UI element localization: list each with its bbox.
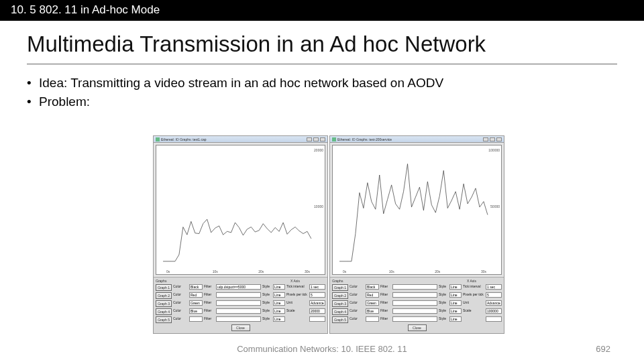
color-select[interactable]: [366, 284, 379, 290]
color-select[interactable]: [189, 300, 203, 306]
label-filter: Filter: [204, 308, 215, 315]
axis-option-input[interactable]: [309, 316, 325, 322]
axis-option-label: Tick interval: [286, 284, 308, 291]
filter-input[interactable]: [392, 316, 437, 322]
label-color: Color: [173, 292, 188, 299]
axis-option-label: [286, 316, 308, 323]
slide-title: Multimedia Transmission in an Ad hoc Net…: [0, 21, 644, 64]
filter-input[interactable]: [392, 308, 437, 314]
label-filter: Filter: [380, 300, 391, 307]
axis-option-input[interactable]: [486, 316, 502, 322]
axis-option-label: [463, 316, 484, 323]
color-select[interactable]: [366, 300, 379, 306]
style-select[interactable]: [449, 300, 462, 306]
header-graphs: Graphs: [332, 279, 466, 283]
bullet-item: Problem:: [27, 93, 617, 111]
filter-input[interactable]: [392, 292, 437, 298]
color-select[interactable]: [189, 292, 203, 298]
filter-input[interactable]: [392, 300, 437, 306]
style-select[interactable]: [273, 316, 285, 322]
axis-option-input[interactable]: [309, 300, 325, 306]
page-number: 692: [596, 344, 610, 354]
graph-config-row: Graph 1ColorFilterStyleTick interval: [332, 284, 502, 291]
style-select[interactable]: [273, 284, 285, 290]
label-style: Style: [262, 292, 272, 299]
graph-toggle-button[interactable]: Graph 1: [156, 284, 172, 291]
style-select[interactable]: [273, 292, 285, 298]
style-select[interactable]: [449, 308, 462, 314]
graph-toggle-button[interactable]: Graph 1: [332, 284, 348, 291]
slide: 10. 5 802. 11 in Ad-hoc Mode Multimedia …: [0, 0, 644, 362]
close-button[interactable]: Close: [231, 324, 250, 331]
close-icon[interactable]: [496, 137, 502, 141]
minimize-icon[interactable]: [483, 137, 488, 141]
axis-option-input[interactable]: [309, 308, 325, 314]
graph-config-row: Graph 5ColorFilterStyle: [156, 316, 325, 323]
label-filter: Filter: [204, 316, 215, 323]
axis-option-label: Tick interval: [463, 284, 484, 291]
close-icon[interactable]: [320, 137, 325, 141]
style-select[interactable]: [449, 316, 462, 322]
label-color: Color: [173, 300, 188, 307]
graph-toggle-button[interactable]: Graph 2: [332, 292, 348, 299]
window-title: Ethereal: IO Graphs: test1.cap: [161, 137, 305, 141]
window-titlebar: Ethereal: IO Graphs: test1.cap: [154, 136, 327, 143]
maximize-icon[interactable]: [313, 137, 319, 141]
label-style: Style: [262, 308, 272, 315]
maximize-icon[interactable]: [490, 137, 495, 141]
axis-option-input[interactable]: [486, 284, 502, 290]
data-line: [163, 219, 311, 261]
axis-option-input[interactable]: [309, 284, 325, 290]
graph-toggle-button[interactable]: Graph 5: [156, 316, 172, 323]
section-header: 10. 5 802. 11 in Ad-hoc Mode: [0, 0, 644, 21]
graph-toggle-button[interactable]: Graph 3: [332, 300, 348, 307]
filter-input[interactable]: [216, 308, 261, 314]
color-select[interactable]: [366, 292, 379, 298]
filter-input[interactable]: [216, 284, 261, 290]
color-select[interactable]: [189, 284, 203, 290]
graph-controls: GraphsX AxisGraph 1ColorFilterStyleTick …: [330, 277, 504, 333]
graph-toggle-button[interactable]: Graph 5: [332, 316, 348, 323]
axis-option-input[interactable]: [486, 292, 502, 298]
graph-toggle-button[interactable]: Graph 2: [156, 292, 172, 299]
line-chart: 100000500000s10s20s30s: [332, 145, 502, 275]
label-filter: Filter: [380, 292, 391, 299]
color-select[interactable]: [366, 308, 379, 314]
label-color: Color: [173, 308, 188, 315]
color-select[interactable]: [366, 316, 379, 322]
embedded-screenshots: Ethereal: IO Graphs: test1.cap2000010000…: [153, 135, 462, 334]
line-chart: 20000100000s10s20s30s: [156, 145, 325, 275]
io-graph-window-right: Ethereal: IO Graphs: test-200service1000…: [329, 135, 504, 334]
chart-svg: [156, 145, 325, 274]
style-select[interactable]: [449, 284, 462, 290]
close-button[interactable]: Close: [408, 324, 427, 331]
header-xaxis: X Axis: [467, 279, 502, 283]
controls-header: GraphsX Axis: [156, 279, 325, 283]
minimize-icon[interactable]: [307, 137, 312, 141]
axis-option-input[interactable]: [309, 292, 325, 298]
graph-toggle-button[interactable]: Graph 4: [332, 308, 348, 315]
style-select[interactable]: [273, 300, 285, 306]
color-select[interactable]: [189, 316, 203, 322]
label-style: Style: [439, 308, 448, 315]
graph-toggle-button[interactable]: Graph 4: [156, 308, 172, 315]
style-select[interactable]: [273, 308, 285, 314]
label-color: Color: [350, 292, 364, 299]
graph-config-row: Graph 1ColorFilterStyleTick interval: [156, 284, 325, 291]
label-filter: Filter: [204, 284, 215, 291]
axis-option-label: Unit: [286, 300, 308, 307]
filter-input[interactable]: [392, 284, 437, 290]
label-style: Style: [262, 300, 272, 307]
filter-input[interactable]: [216, 300, 261, 306]
color-select[interactable]: [189, 308, 203, 314]
axis-option-input[interactable]: [486, 308, 502, 314]
axis-option-input[interactable]: [486, 300, 502, 306]
label-style: Style: [439, 316, 448, 323]
graph-toggle-button[interactable]: Graph 3: [156, 300, 172, 307]
filter-input[interactable]: [216, 292, 261, 298]
label-color: Color: [173, 284, 188, 291]
label-filter: Filter: [380, 308, 391, 315]
style-select[interactable]: [449, 292, 462, 298]
filter-input[interactable]: [216, 316, 261, 322]
graph-config-row: Graph 2ColorFilterStylePixels per tick: [332, 292, 502, 299]
